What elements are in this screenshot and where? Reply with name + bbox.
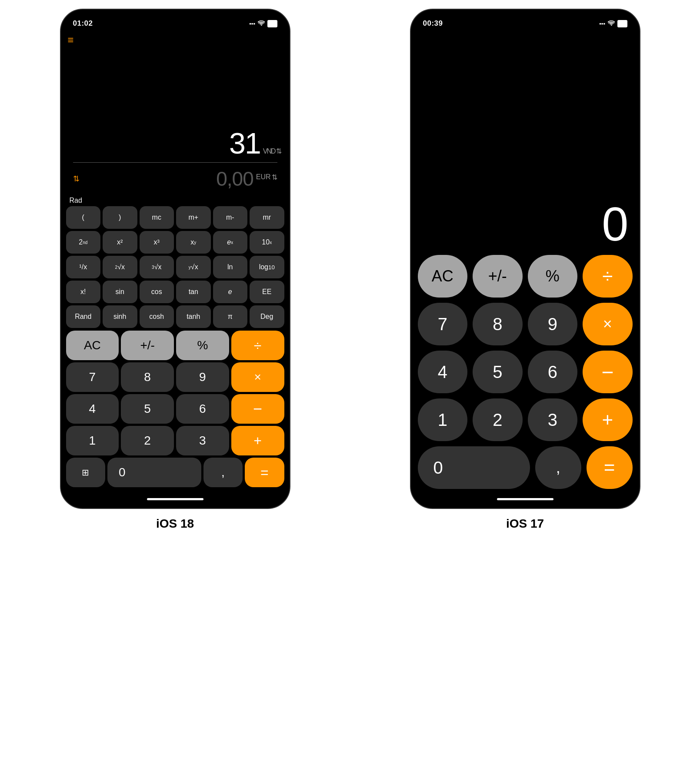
btn-minus-ios18[interactable]: − [231,394,284,424]
ios18-main-display: 31 VND ⇅ [70,127,281,160]
btn-decimal-ios18[interactable]: , [203,458,243,487]
btn-ac-ios17[interactable]: AC [418,255,468,298]
btn-plus-ios17[interactable]: + [583,398,633,441]
ios18-secondary-currency[interactable]: EUR ⇅ [256,173,277,181]
btn-close-paren[interactable]: ) [103,206,137,229]
btn-6-ios17[interactable]: 6 [528,351,578,393]
status-time-ios18: 01:02 [73,19,93,28]
signal-icon-ios18: ▪▪▪ [249,20,255,27]
wifi-icon-ios17 [608,20,615,27]
ios17-row-3: 4 5 6 − [418,351,633,393]
btn-sign-ios18[interactable]: +/- [121,331,174,360]
btn-minus-ios17[interactable]: − [583,351,633,393]
btn-decimal-ios17[interactable]: , [535,446,581,489]
btn-3sqrtx[interactable]: 3√x [140,256,174,278]
sci-row-5: Rand sinh cosh tanh π Deg [66,305,284,328]
status-time-ios17: 00:39 [423,19,443,28]
ios17-display: 0 [418,31,633,255]
btn-tanh[interactable]: tanh [176,305,211,328]
btn-tan[interactable]: tan [176,281,211,303]
ios17-row-1: AC +/- % ÷ [418,255,633,298]
std-row-5: ⊞ 0 , = [66,458,284,487]
btn-multiply-ios18[interactable]: × [231,362,284,392]
btn-calc-icon-ios18[interactable]: ⊞ [66,458,105,487]
btn-e[interactable]: e [213,281,248,303]
battery-ios17: 93 [617,20,627,27]
btn-percent-ios17[interactable]: % [528,255,578,298]
btn-6-ios18[interactable]: 6 [176,394,229,424]
btn-8-ios17[interactable]: 8 [473,303,523,345]
home-bar-ios18 [147,498,203,500]
btn-5-ios18[interactable]: 5 [121,394,174,424]
btn-0-ios18[interactable]: 0 [107,458,201,487]
ios18-app-content: ≡ 31 VND ⇅ ⇅ 0,00 [61,31,290,508]
btn-rand[interactable]: Rand [66,305,101,328]
btn-ac-ios18[interactable]: AC [66,331,119,360]
btn-4-ios17[interactable]: 4 [418,351,468,393]
btn-0-ios17[interactable]: 0 [418,446,530,489]
btn-1-ios18[interactable]: 1 [66,426,119,455]
btn-mplus[interactable]: m+ [176,206,211,229]
btn-plus-ios18[interactable]: + [231,426,284,455]
btn-7-ios17[interactable]: 7 [418,303,468,345]
btn-9-ios18[interactable]: 9 [176,362,229,392]
btn-2-ios17[interactable]: 2 [473,398,523,441]
btn-7-ios18[interactable]: 7 [66,362,119,392]
btn-xy[interactable]: xy [176,231,211,254]
btn-mminus[interactable]: m- [213,206,248,229]
status-bar-ios17: 00:39 ▪▪▪ 93 [411,10,640,31]
btn-cos[interactable]: cos [140,281,174,303]
btn-ysqrtx[interactable]: y√x [176,256,211,278]
btn-1-ios17[interactable]: 1 [418,398,468,441]
btn-x3[interactable]: x³ [140,231,174,254]
btn-equals-ios18[interactable]: = [245,458,284,487]
btn-multiply-ios17[interactable]: × [583,303,633,345]
btn-ee[interactable]: EE [250,281,284,303]
home-indicator-ios18 [66,489,284,504]
btn-cosh[interactable]: cosh [140,305,174,328]
display-divider [73,162,277,163]
btn-deg[interactable]: Deg [250,305,284,328]
hamburger-icon[interactable]: ≡ [68,35,74,45]
btn-9-ios17[interactable]: 9 [528,303,578,345]
btn-5-ios17[interactable]: 5 [473,351,523,393]
status-icons-ios17: ▪▪▪ 93 [599,20,627,27]
std-row-1: AC +/- % ÷ [66,331,284,360]
btn-8-ios18[interactable]: 8 [121,362,174,392]
home-bar-ios17 [497,498,553,500]
ios18-main-currency[interactable]: VND ⇅ [263,147,281,155]
btn-x2[interactable]: x² [103,231,137,254]
btn-3-ios18[interactable]: 3 [176,426,229,455]
btn-4-ios18[interactable]: 4 [66,394,119,424]
btn-sin[interactable]: sin [103,281,137,303]
btn-mc[interactable]: mc [140,206,174,229]
std-row-4: 1 2 3 + [66,426,284,455]
btn-2-ios18[interactable]: 2 [121,426,174,455]
btn-mr[interactable]: mr [250,206,284,229]
btn-2nd[interactable]: 2nd [66,231,101,254]
btn-percent-ios18[interactable]: % [176,331,229,360]
btn-divide-ios17[interactable]: ÷ [583,255,633,298]
btn-log10[interactable]: log10 [250,256,284,278]
btn-equals-ios17[interactable]: = [587,446,633,489]
btn-1x[interactable]: ¹/x [66,256,101,278]
battery-ios18: 67 [267,20,277,27]
btn-sign-ios17[interactable]: +/- [473,255,523,298]
signal-icon-ios17: ▪▪▪ [599,20,605,27]
sci-row-4: x! sin cos tan e EE [66,281,284,303]
btn-3-ios17[interactable]: 3 [528,398,578,441]
btn-ex[interactable]: ex [213,231,248,254]
btn-pi[interactable]: π [213,305,248,328]
ios18-label: iOS 18 [156,517,194,531]
ios18-display: 31 VND ⇅ ⇅ 0,00 EUR ⇅ [66,47,284,196]
btn-sinh[interactable]: sinh [103,305,137,328]
btn-open-paren[interactable]: ( [66,206,101,229]
btn-ln[interactable]: ln [213,256,248,278]
ios18-main-number: 31 [229,127,260,160]
btn-2sqrtx[interactable]: 2√x [103,256,137,278]
btn-divide-ios18[interactable]: ÷ [231,331,284,360]
swap-icon[interactable]: ⇅ [73,174,80,184]
status-bar-ios18: 01:02 ▪▪▪ 67 [61,10,290,31]
btn-10x[interactable]: 10x [250,231,284,254]
btn-xfact[interactable]: x! [66,281,101,303]
